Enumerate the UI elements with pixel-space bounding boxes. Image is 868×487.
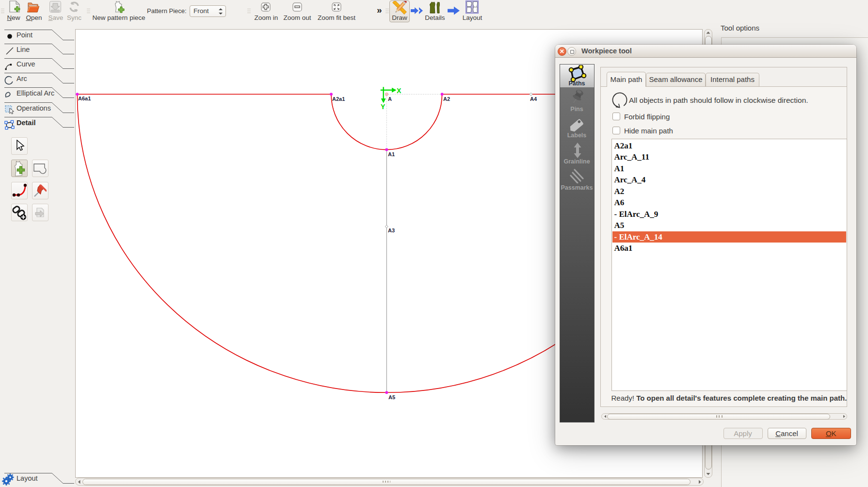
svg-text:Y: Y	[381, 103, 386, 111]
svg-text:X: X	[397, 87, 402, 95]
